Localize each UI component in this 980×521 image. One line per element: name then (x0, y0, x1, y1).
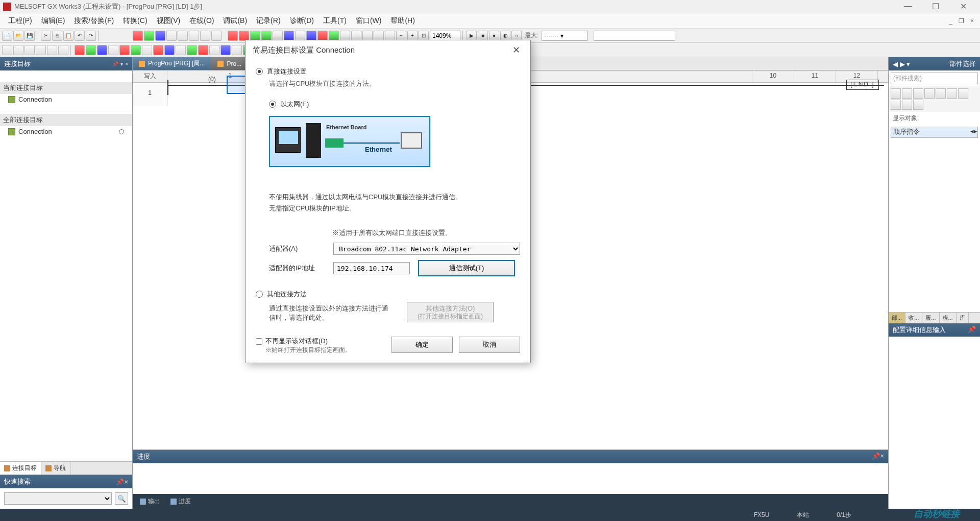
parts-search-input[interactable]: (部件搜索) (891, 73, 978, 84)
rp2-pin-icon[interactable]: 📌 (968, 325, 976, 335)
menu-online[interactable]: 在线(O) (185, 14, 218, 28)
tb-r6-icon[interactable] (284, 31, 294, 41)
tb-r2-icon[interactable] (239, 31, 249, 41)
menu-edit[interactable]: 编辑(E) (37, 14, 69, 28)
tb-save-icon[interactable]: 💾 (24, 31, 35, 41)
quick-search-input[interactable] (4, 492, 112, 505)
minimize-button[interactable]: — (900, 2, 916, 11)
tb2-19-icon[interactable] (209, 45, 219, 55)
tb2-8-icon[interactable] (86, 45, 96, 55)
tb-undo-icon[interactable]: ↶ (75, 31, 85, 41)
qs-close-icon[interactable]: × (124, 478, 128, 486)
tb2-6-icon[interactable] (58, 45, 68, 55)
doc-tab-progpou[interactable]: ProgPou [PRG] [局... (133, 57, 211, 70)
mdi-close-icon[interactable]: × (968, 16, 976, 26)
tb2-1-icon[interactable] (2, 45, 12, 55)
tb-r13-icon[interactable] (362, 31, 373, 41)
tb-m1-icon[interactable]: ▶ (467, 31, 477, 41)
tb2-17-icon[interactable] (187, 45, 197, 55)
tb-new-icon[interactable]: 📄 (2, 31, 12, 41)
tb-r15-icon[interactable] (385, 31, 395, 41)
display-target-combo[interactable]: 顺序指令 ◂▸ (891, 127, 978, 138)
tb2-5-icon[interactable] (47, 45, 57, 55)
tb-cut-icon[interactable]: ✂ (41, 31, 51, 41)
menu-diagnose[interactable]: 诊断(D) (286, 14, 318, 28)
menu-tools[interactable]: 工具(T) (319, 14, 351, 28)
tb2-4-icon[interactable] (36, 45, 46, 55)
tb-r4-icon[interactable] (261, 31, 272, 41)
tb-open-icon[interactable]: 📂 (13, 31, 23, 41)
tb2-2-icon[interactable] (13, 45, 23, 55)
tab-progress[interactable]: 进度 (165, 495, 196, 508)
quick-search-button[interactable]: 🔍 (115, 492, 128, 505)
tb-m4-icon[interactable]: ◐ (500, 31, 510, 41)
menu-project[interactable]: 工程(P) (4, 14, 36, 28)
rp-btn8-icon[interactable] (891, 100, 901, 110)
tb-zoom-fit-icon[interactable]: ⊡ (419, 31, 429, 41)
rp-btn4-icon[interactable] (924, 88, 935, 99)
tb2-16-icon[interactable] (176, 45, 186, 55)
noshow-checkbox[interactable] (256, 338, 262, 345)
menu-help[interactable]: 帮助(H) (386, 14, 419, 28)
cancel-button[interactable]: 取消 (459, 337, 520, 353)
tb-ld4-icon[interactable] (166, 31, 177, 41)
rptab-parts[interactable]: 部... (889, 313, 905, 323)
tb-ld2-icon[interactable] (144, 31, 154, 41)
rp-btn2-icon[interactable] (902, 88, 912, 99)
tb-r14-icon[interactable] (374, 31, 384, 41)
dialog-close-button[interactable]: ✕ (509, 44, 523, 56)
current-connection-item[interactable]: Connection (0, 94, 132, 105)
ok-button[interactable]: 确定 (391, 337, 453, 353)
mdi-restore-icon[interactable]: ❐ (957, 16, 966, 26)
tb-ld3-icon[interactable] (155, 31, 165, 41)
tb-r9-icon[interactable] (317, 31, 328, 41)
tb-r12-icon[interactable] (351, 31, 361, 41)
tb-m3-icon[interactable]: ● (489, 31, 499, 41)
tab-connection-target[interactable]: 连接目标 (0, 462, 41, 475)
qs-pin-icon[interactable]: 📌 (116, 478, 124, 486)
rp-btn10-icon[interactable] (913, 100, 923, 110)
rptab-fav[interactable]: 收... (905, 313, 922, 323)
tb-ld6-icon[interactable] (189, 31, 199, 41)
tb2-9-icon[interactable] (97, 45, 107, 55)
radio-ethernet[interactable] (269, 101, 276, 108)
doc-tab-2[interactable]: Pro... (211, 57, 248, 70)
pp-pin-icon[interactable]: 📌 (872, 452, 880, 460)
tb-r3-icon[interactable] (250, 31, 260, 41)
tb-r8-icon[interactable] (306, 31, 316, 41)
tb2-18-icon[interactable] (198, 45, 208, 55)
tb-zoom-out-icon[interactable]: − (396, 31, 406, 41)
tb2-11-icon[interactable] (119, 45, 130, 55)
tb-m2-icon[interactable]: ■ (478, 31, 488, 41)
rp-btn6-icon[interactable] (947, 88, 957, 99)
tb2-14-icon[interactable] (153, 45, 163, 55)
menu-view[interactable]: 视图(V) (153, 14, 185, 28)
tb-r7-icon[interactable] (295, 31, 305, 41)
tb-r1-icon[interactable] (228, 31, 238, 41)
extra-combo[interactable] (594, 31, 675, 41)
rptab-history[interactable]: 履... (922, 313, 939, 323)
menu-convert[interactable]: 转换(C) (119, 14, 151, 28)
tb-ld8-icon[interactable] (211, 31, 222, 41)
mdi-min-icon[interactable]: _ (947, 16, 954, 26)
rptab-module[interactable]: 模... (940, 313, 957, 323)
rptab-lib[interactable]: 库 (957, 313, 969, 323)
rp-btn1-icon[interactable] (891, 88, 901, 99)
tb2-3-icon[interactable] (24, 45, 35, 55)
tab-output[interactable]: 输出 (135, 495, 165, 508)
tb-r10-icon[interactable] (329, 31, 339, 41)
rp-btn5-icon[interactable] (936, 88, 946, 99)
tb-m5-icon[interactable]: ☼ (511, 31, 522, 41)
tb2-10-icon[interactable] (108, 45, 118, 55)
zoom-combo[interactable] (430, 31, 460, 41)
tb2-15-icon[interactable] (164, 45, 175, 55)
tb-paste-icon[interactable]: 📋 (63, 31, 74, 41)
tb2-12-icon[interactable] (131, 45, 141, 55)
comm-test-button[interactable]: 通信测试(T) (418, 260, 515, 276)
rp-btn3-icon[interactable] (913, 88, 923, 99)
rp-btn7-icon[interactable] (958, 88, 968, 99)
tb-ld1-icon[interactable] (133, 31, 143, 41)
panel-close-icon[interactable]: × (125, 61, 128, 67)
tb2-7-icon[interactable] (75, 45, 85, 55)
tb2-21-icon[interactable] (232, 45, 242, 55)
